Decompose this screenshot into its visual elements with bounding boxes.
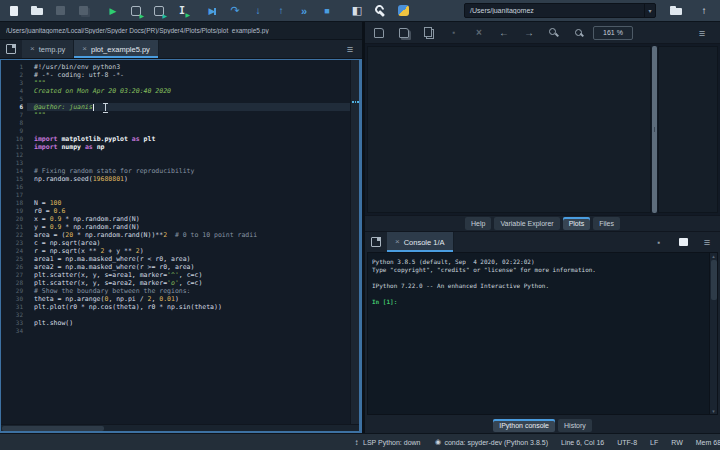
previous-plot-button[interactable]	[496, 25, 512, 41]
zoom-out-button[interactable]	[571, 25, 587, 41]
scrollflag-area[interactable]	[350, 60, 359, 424]
step-out-icon	[274, 4, 288, 18]
continue-button[interactable]	[296, 3, 312, 19]
preferences-button[interactable]	[372, 3, 388, 19]
console-tabs: ×Console 1/A	[387, 232, 454, 252]
editor-horizontal-scrollbar[interactable]	[1, 424, 359, 431]
tab-temp-py[interactable]: ×temp.py	[22, 40, 74, 58]
code-text: N = 100	[27, 199, 350, 207]
remove-plot-button[interactable]	[446, 25, 462, 41]
scrollflag-cursor-marker	[352, 101, 359, 103]
open-file-button[interactable]	[29, 3, 45, 19]
console-vertical-scrollbar[interactable]: ▴ ▾	[709, 253, 717, 414]
tab-console-label: Console 1/A	[404, 238, 445, 247]
clipboard-button[interactable]	[675, 234, 691, 250]
line-number: 14	[1, 167, 27, 175]
code-text: r0 = 0.6	[27, 207, 350, 215]
save-plot-icon	[372, 26, 386, 40]
step-out-button[interactable]	[273, 3, 289, 19]
chevron-down-icon[interactable]: ▾	[644, 4, 655, 17]
browse-tabs-button[interactable]	[0, 40, 22, 58]
scrollbar-thumb[interactable]	[2, 426, 104, 431]
code-line: 4Created on Mon Apr 20 03:20:40 2020	[1, 87, 350, 95]
close-tab-icon[interactable]: ×	[395, 238, 400, 246]
pane-tab-plots[interactable]: Plots	[563, 217, 591, 230]
scrollbar-thumb[interactable]	[711, 260, 717, 300]
status-bar: LSP Python: downconda: spyder-dev (Pytho…	[0, 433, 720, 450]
options-menu-button[interactable]	[699, 234, 715, 250]
browse-tabs-icon	[4, 42, 18, 56]
plots-zoom-level[interactable]: 161 %	[593, 26, 633, 40]
text-cursor	[93, 104, 94, 111]
run-button[interactable]	[105, 3, 121, 19]
scroll-down-arrow-icon[interactable]: ▾	[712, 408, 715, 414]
pane-tab-variable-explorer[interactable]: Variable Explorer	[494, 217, 559, 230]
step-into-button[interactable]	[250, 3, 266, 19]
remove-all-plots-button[interactable]	[471, 25, 487, 41]
status-label: conda: spyder-dev (Python 3.8.5)	[444, 439, 548, 446]
plots-options-menu-icon[interactable]	[695, 26, 709, 40]
tab-plot-example5-py[interactable]: ×plot_example5.py	[74, 40, 158, 58]
line-number: 13	[1, 159, 27, 167]
copy-plot-button[interactable]	[421, 25, 437, 41]
stop-button[interactable]	[319, 3, 335, 19]
browse-working-directory-button[interactable]	[668, 3, 684, 19]
folder-icon	[669, 4, 683, 18]
code-editor[interactable]: 1#!/usr/bin/env python32# -*- coding: ut…	[0, 59, 362, 433]
close-tab-icon[interactable]: ×	[30, 45, 35, 53]
run-selection-button[interactable]	[174, 3, 190, 19]
save-all-plots-button[interactable]	[396, 25, 412, 41]
code-line: 32	[1, 311, 350, 319]
pane-tab-help[interactable]: Help	[465, 217, 491, 230]
console-output: Python 3.8.5 (default, Sep 4 2020, 02:22…	[368, 253, 709, 414]
clipboard-icon	[676, 235, 690, 249]
zoom-in-icon	[547, 26, 561, 40]
code-text	[27, 151, 350, 159]
step-into-icon	[251, 4, 265, 18]
pane-tab-files[interactable]: Files	[593, 217, 620, 230]
status-rw: RW	[671, 439, 683, 446]
save-plot-button[interactable]	[371, 25, 387, 41]
tab-console-console-1-a[interactable]: ×Console 1/A	[387, 232, 454, 252]
console-body[interactable]: Python 3.8.5 (default, Sep 4 2020, 02:22…	[367, 252, 718, 415]
new-file-button[interactable]	[6, 3, 22, 19]
python-path-manager-button[interactable]	[395, 3, 411, 19]
working-directory-value: /Users/juanitagomez	[465, 7, 644, 14]
interrupt-button[interactable]	[651, 234, 667, 250]
remove-plot-icon	[447, 26, 461, 40]
console-tab-ipython-console[interactable]: IPython console	[493, 419, 555, 432]
working-directory-combobox[interactable]: /Users/juanitagomez ▾	[464, 3, 656, 18]
toolbar-right-group	[668, 3, 712, 19]
scroll-up-arrow-icon[interactable]: ▴	[712, 253, 715, 259]
close-tab-icon[interactable]: ×	[82, 45, 87, 53]
next-plot-button[interactable]	[521, 25, 537, 41]
code-line: 6@author: juanis	[1, 103, 350, 111]
console-prompt-line: In [1]:	[372, 298, 709, 306]
console-tab-bar: ×Console 1/A	[365, 232, 720, 252]
step-over-button[interactable]	[227, 3, 243, 19]
run-cell-advance-button[interactable]	[151, 3, 167, 19]
status-lsp-python[interactable]: LSP Python: down	[352, 438, 420, 447]
debug-button[interactable]	[204, 3, 220, 19]
code-line: 33plt.show()	[1, 319, 350, 327]
plots-splitter[interactable]	[652, 46, 657, 213]
line-number: 23	[1, 239, 27, 247]
zoom-in-button[interactable]	[546, 25, 562, 41]
status-mem-68: Mem 68%	[696, 439, 720, 446]
save-button[interactable]	[52, 3, 68, 19]
code-text: import numpy as np	[27, 143, 350, 151]
line-number: 20	[1, 215, 27, 223]
code-text	[27, 159, 350, 167]
run-cell-button[interactable]	[128, 3, 144, 19]
code-line: 10import matplotlib.pyplot as plt	[1, 135, 350, 143]
save-all-button[interactable]	[75, 3, 91, 19]
maximize-pane-button[interactable]	[349, 3, 365, 19]
tab-label: temp.py	[39, 45, 66, 54]
console-tab-history[interactable]: History	[558, 419, 592, 432]
go-to-parent-directory-button[interactable]	[696, 3, 712, 19]
code-text: area2 = np.ma.masked_where(r >= r0, area…	[27, 263, 350, 271]
status-conda[interactable]: conda: spyder-dev (Python 3.8.5)	[433, 438, 548, 447]
console-browse-tabs-button[interactable]	[365, 232, 387, 252]
editor-main: 1#!/usr/bin/env python32# -*- coding: ut…	[1, 60, 359, 424]
editor-options-menu-icon[interactable]	[343, 42, 357, 56]
